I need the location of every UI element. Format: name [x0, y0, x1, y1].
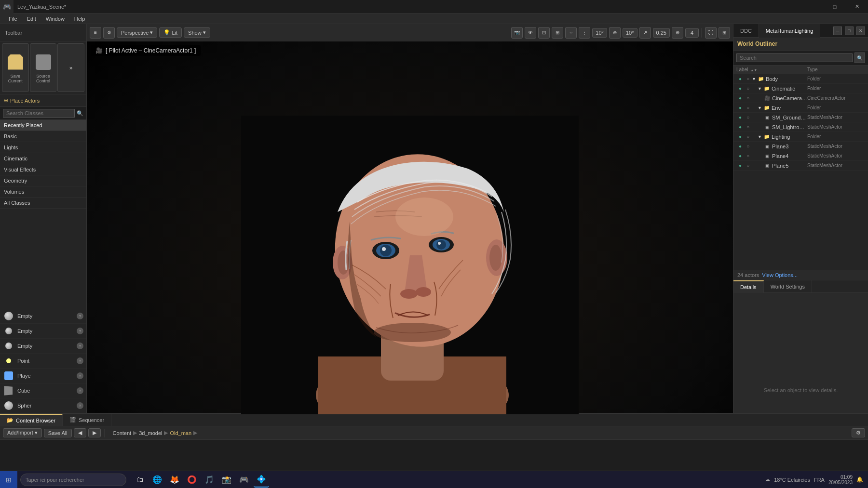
details-tab[interactable]: Details — [733, 280, 764, 293]
vp-icon6[interactable]: ⊕ — [609, 27, 621, 39]
category-geometry[interactable]: Geometry — [0, 175, 86, 186]
list-item[interactable]: Empty ? — [0, 339, 86, 354]
taskbar-photo[interactable]: 📸 — [219, 472, 234, 488]
viewport-menu-btn[interactable]: ≡ — [90, 27, 101, 39]
taskbar-firefox[interactable]: 🦊 — [167, 472, 182, 488]
outliner-row[interactable]: ● ○ CineCameraActor1 CineCameraActor — [733, 93, 868, 103]
outliner-row[interactable]: ● ○ SM_Ground_Plane StaticMeshActor — [733, 113, 868, 122]
visibility-icon[interactable]: ● — [736, 123, 744, 131]
outliner-row[interactable]: ● ○ ▼ Cinematic Folder — [733, 84, 868, 93]
outliner-row[interactable]: ● ○ Plane3 StaticMeshActor — [733, 142, 868, 151]
outliner-search-btn[interactable]: 🔍 — [854, 53, 865, 63]
lit-btn[interactable]: 💡 Lit — [159, 27, 182, 38]
visibility-icon[interactable]: ● — [736, 75, 744, 83]
right-close-btn[interactable]: ✕ — [856, 26, 865, 35]
outliner-row[interactable]: ● ○ ▼ Body Folder — [733, 74, 868, 84]
source-control-btn[interactable]: Source Control — [30, 43, 57, 92]
list-item[interactable]: Empty ? — [0, 324, 86, 339]
lock-icon[interactable]: ○ — [744, 85, 752, 92]
vp-num4[interactable]: 4 — [685, 28, 699, 38]
perspective-btn[interactable]: Perspective ▾ — [117, 27, 157, 38]
visibility-icon[interactable]: ● — [736, 94, 744, 102]
vp-icon5[interactable]: ↔ — [565, 27, 577, 39]
lock-icon[interactable]: ○ — [744, 104, 752, 112]
visibility-icon[interactable]: ● — [736, 104, 744, 112]
save-all-btn[interactable]: Save All — [44, 429, 72, 437]
outliner-search-input[interactable] — [736, 53, 853, 62]
vp-icon4[interactable]: ⊞ — [552, 27, 563, 39]
info-icon[interactable]: ? — [77, 328, 83, 334]
lock-icon[interactable]: ○ — [744, 114, 752, 121]
right-minimize-btn[interactable]: ─ — [833, 26, 842, 35]
lock-icon[interactable]: ○ — [744, 133, 752, 141]
camera-settings-icon[interactable]: 📷 — [511, 27, 523, 39]
viewport-settings-btn[interactable]: ⚙ — [103, 27, 115, 39]
visibility-icon[interactable]: ● — [736, 114, 744, 121]
add-import-btn[interactable]: Add/Import ▾ — [3, 428, 42, 437]
taskbar-explorer[interactable]: 🗂 — [132, 472, 148, 488]
vp-grid-icon[interactable]: ⋮ — [579, 27, 590, 39]
vp-icon3[interactable]: ⊡ — [538, 27, 550, 39]
category-lights[interactable]: Lights — [0, 142, 86, 153]
lock-icon[interactable]: ○ — [744, 123, 752, 131]
taskbar-game[interactable]: 🎮 — [236, 472, 252, 488]
menu-help[interactable]: Help — [69, 15, 90, 23]
world-settings-tab[interactable]: World Settings — [764, 280, 812, 293]
list-item[interactable]: Playe ? — [0, 369, 86, 383]
outliner-row[interactable]: ● ○ ▼ Lighting Folder — [733, 132, 868, 142]
grid-layout-btn[interactable]: ⊞ — [719, 27, 730, 39]
taskbar-search[interactable]: Taper ici pour rechercher — [20, 474, 126, 486]
minimize-btn[interactable]: ─ — [801, 0, 824, 13]
visibility-icon[interactable]: ● — [736, 143, 744, 150]
info-icon[interactable]: ? — [77, 372, 83, 379]
visibility-icon[interactable]: ● — [736, 162, 744, 170]
outliner-row[interactable]: ● ○ SM_Lightroom_Box StaticMeshActor — [733, 122, 868, 132]
category-basic[interactable]: Basic — [0, 131, 86, 142]
save-current-btn[interactable]: Save Current — [2, 43, 29, 92]
info-icon[interactable]: ? — [77, 343, 83, 349]
list-item[interactable]: Spher ? — [0, 398, 86, 413]
outliner-row[interactable]: ● ○ ▼ Env Folder — [733, 103, 868, 113]
category-volumes[interactable]: Volumes — [0, 186, 86, 198]
taskbar-browser1[interactable]: 🌐 — [149, 472, 165, 488]
menu-edit[interactable]: Edit — [22, 15, 41, 23]
start-button[interactable]: ⊞ — [0, 471, 17, 488]
vp-snap-icon[interactable]: ↗ — [639, 27, 651, 39]
visibility-icon[interactable]: ● — [736, 133, 744, 141]
category-visual-effects[interactable]: Visual Effects — [0, 164, 86, 175]
visibility-icon[interactable]: ● — [736, 85, 744, 92]
taskbar-ue[interactable]: 💠 — [254, 472, 269, 488]
notification-icon[interactable]: 🔔 — [856, 476, 863, 483]
lock-icon[interactable]: ○ — [744, 75, 752, 83]
maximize-btn[interactable]: □ — [824, 0, 846, 13]
ddc-tab[interactable]: DDC — [733, 24, 759, 38]
list-item[interactable]: Empty ? — [0, 309, 86, 324]
search-classes-input[interactable] — [3, 109, 75, 118]
info-icon[interactable]: ? — [77, 357, 83, 364]
collapse-btn[interactable]: » — [57, 43, 84, 92]
category-all-classes[interactable]: All Classes — [0, 198, 86, 209]
menu-window[interactable]: Window — [41, 15, 69, 23]
lock-icon[interactable]: ○ — [744, 162, 752, 170]
taskbar-music[interactable]: 🎵 — [202, 472, 217, 488]
view-options-link[interactable]: View Options... — [762, 272, 798, 278]
outliner-row[interactable]: ● ○ Plane4 StaticMeshActor — [733, 151, 868, 161]
show-btn[interactable]: Show ▾ — [184, 27, 210, 38]
list-item[interactable]: Point ? — [0, 354, 86, 369]
lock-icon[interactable]: ○ — [744, 94, 752, 102]
right-maximize-btn[interactable]: □ — [845, 26, 854, 35]
vp-icon7[interactable]: ⊕ — [672, 27, 683, 39]
vp-num1[interactable]: 10° — [592, 28, 607, 38]
vp-icon2[interactable]: 👁 — [525, 27, 536, 39]
vp-num2[interactable]: 10° — [623, 28, 637, 38]
content-settings-btn[interactable]: ⚙ — [852, 428, 865, 437]
outliner-row[interactable]: ● ○ Plane5 StaticMeshActor — [733, 161, 868, 171]
list-item[interactable]: Cube ? — [0, 383, 86, 398]
visibility-icon[interactable]: ● — [736, 152, 744, 160]
menu-file[interactable]: File — [4, 15, 22, 23]
info-icon[interactable]: ? — [77, 387, 83, 394]
maximize-viewport-btn[interactable]: ⛶ — [705, 27, 717, 39]
nav-back-btn[interactable]: ◀ — [74, 428, 86, 437]
info-icon[interactable]: ? — [77, 313, 83, 319]
metahuman-tab[interactable]: MetaHumanLighting — [759, 24, 820, 38]
